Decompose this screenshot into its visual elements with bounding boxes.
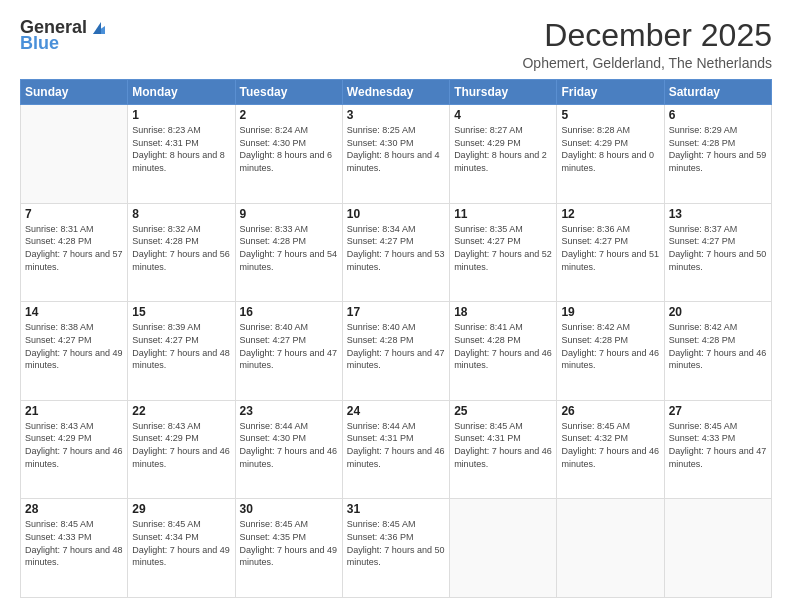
table-row: 31Sunrise: 8:45 AMSunset: 4:36 PMDayligh… (342, 499, 449, 598)
col-thursday: Thursday (450, 80, 557, 105)
table-row: 22Sunrise: 8:43 AMSunset: 4:29 PMDayligh… (128, 400, 235, 499)
table-row: 17Sunrise: 8:40 AMSunset: 4:28 PMDayligh… (342, 302, 449, 401)
logo: General Blue (20, 18, 109, 54)
day-number: 15 (132, 305, 230, 319)
day-info: Sunrise: 8:45 AMSunset: 4:35 PMDaylight:… (240, 518, 338, 568)
day-info: Sunrise: 8:44 AMSunset: 4:30 PMDaylight:… (240, 420, 338, 470)
col-sunday: Sunday (21, 80, 128, 105)
day-number: 7 (25, 207, 123, 221)
logo-blue: Blue (20, 34, 109, 54)
day-info: Sunrise: 8:29 AMSunset: 4:28 PMDaylight:… (669, 124, 767, 174)
table-row (21, 105, 128, 204)
table-row: 3Sunrise: 8:25 AMSunset: 4:30 PMDaylight… (342, 105, 449, 204)
col-tuesday: Tuesday (235, 80, 342, 105)
table-row: 5Sunrise: 8:28 AMSunset: 4:29 PMDaylight… (557, 105, 664, 204)
day-number: 3 (347, 108, 445, 122)
day-info: Sunrise: 8:45 AMSunset: 4:32 PMDaylight:… (561, 420, 659, 470)
day-number: 12 (561, 207, 659, 221)
day-info: Sunrise: 8:39 AMSunset: 4:27 PMDaylight:… (132, 321, 230, 371)
calendar-week-row: 7Sunrise: 8:31 AMSunset: 4:28 PMDaylight… (21, 203, 772, 302)
day-info: Sunrise: 8:25 AMSunset: 4:30 PMDaylight:… (347, 124, 445, 174)
table-row: 15Sunrise: 8:39 AMSunset: 4:27 PMDayligh… (128, 302, 235, 401)
col-friday: Friday (557, 80, 664, 105)
day-number: 29 (132, 502, 230, 516)
day-number: 11 (454, 207, 552, 221)
day-number: 18 (454, 305, 552, 319)
table-row: 24Sunrise: 8:44 AMSunset: 4:31 PMDayligh… (342, 400, 449, 499)
day-info: Sunrise: 8:24 AMSunset: 4:30 PMDaylight:… (240, 124, 338, 174)
day-number: 13 (669, 207, 767, 221)
day-info: Sunrise: 8:38 AMSunset: 4:27 PMDaylight:… (25, 321, 123, 371)
table-row (664, 499, 771, 598)
calendar-week-row: 28Sunrise: 8:45 AMSunset: 4:33 PMDayligh… (21, 499, 772, 598)
day-info: Sunrise: 8:31 AMSunset: 4:28 PMDaylight:… (25, 223, 123, 273)
table-row: 28Sunrise: 8:45 AMSunset: 4:33 PMDayligh… (21, 499, 128, 598)
day-info: Sunrise: 8:28 AMSunset: 4:29 PMDaylight:… (561, 124, 659, 174)
table-row: 16Sunrise: 8:40 AMSunset: 4:27 PMDayligh… (235, 302, 342, 401)
day-info: Sunrise: 8:43 AMSunset: 4:29 PMDaylight:… (25, 420, 123, 470)
table-row: 4Sunrise: 8:27 AMSunset: 4:29 PMDaylight… (450, 105, 557, 204)
table-row: 6Sunrise: 8:29 AMSunset: 4:28 PMDaylight… (664, 105, 771, 204)
day-info: Sunrise: 8:27 AMSunset: 4:29 PMDaylight:… (454, 124, 552, 174)
table-row: 9Sunrise: 8:33 AMSunset: 4:28 PMDaylight… (235, 203, 342, 302)
col-saturday: Saturday (664, 80, 771, 105)
day-number: 28 (25, 502, 123, 516)
day-number: 27 (669, 404, 767, 418)
day-info: Sunrise: 8:41 AMSunset: 4:28 PMDaylight:… (454, 321, 552, 371)
day-info: Sunrise: 8:35 AMSunset: 4:27 PMDaylight:… (454, 223, 552, 273)
day-info: Sunrise: 8:36 AMSunset: 4:27 PMDaylight:… (561, 223, 659, 273)
day-info: Sunrise: 8:37 AMSunset: 4:27 PMDaylight:… (669, 223, 767, 273)
day-info: Sunrise: 8:34 AMSunset: 4:27 PMDaylight:… (347, 223, 445, 273)
day-info: Sunrise: 8:42 AMSunset: 4:28 PMDaylight:… (561, 321, 659, 371)
table-row: 29Sunrise: 8:45 AMSunset: 4:34 PMDayligh… (128, 499, 235, 598)
day-info: Sunrise: 8:44 AMSunset: 4:31 PMDaylight:… (347, 420, 445, 470)
day-number: 26 (561, 404, 659, 418)
day-number: 20 (669, 305, 767, 319)
table-row: 2Sunrise: 8:24 AMSunset: 4:30 PMDaylight… (235, 105, 342, 204)
svg-marker-1 (93, 22, 101, 34)
day-number: 6 (669, 108, 767, 122)
day-number: 31 (347, 502, 445, 516)
table-row: 21Sunrise: 8:43 AMSunset: 4:29 PMDayligh… (21, 400, 128, 499)
day-number: 10 (347, 207, 445, 221)
table-row: 14Sunrise: 8:38 AMSunset: 4:27 PMDayligh… (21, 302, 128, 401)
title-block: December 2025 Ophemert, Gelderland, The … (522, 18, 772, 71)
table-row (557, 499, 664, 598)
day-number: 16 (240, 305, 338, 319)
calendar-week-row: 1Sunrise: 8:23 AMSunset: 4:31 PMDaylight… (21, 105, 772, 204)
day-number: 19 (561, 305, 659, 319)
calendar-week-row: 14Sunrise: 8:38 AMSunset: 4:27 PMDayligh… (21, 302, 772, 401)
table-row: 19Sunrise: 8:42 AMSunset: 4:28 PMDayligh… (557, 302, 664, 401)
day-info: Sunrise: 8:45 AMSunset: 4:31 PMDaylight:… (454, 420, 552, 470)
day-info: Sunrise: 8:45 AMSunset: 4:36 PMDaylight:… (347, 518, 445, 568)
day-number: 24 (347, 404, 445, 418)
day-info: Sunrise: 8:40 AMSunset: 4:27 PMDaylight:… (240, 321, 338, 371)
table-row: 26Sunrise: 8:45 AMSunset: 4:32 PMDayligh… (557, 400, 664, 499)
day-number: 1 (132, 108, 230, 122)
day-number: 22 (132, 404, 230, 418)
table-row: 8Sunrise: 8:32 AMSunset: 4:28 PMDaylight… (128, 203, 235, 302)
calendar-week-row: 21Sunrise: 8:43 AMSunset: 4:29 PMDayligh… (21, 400, 772, 499)
day-number: 4 (454, 108, 552, 122)
day-number: 14 (25, 305, 123, 319)
table-row: 11Sunrise: 8:35 AMSunset: 4:27 PMDayligh… (450, 203, 557, 302)
day-info: Sunrise: 8:32 AMSunset: 4:28 PMDaylight:… (132, 223, 230, 273)
header: General Blue December 2025 Ophemert, Gel… (20, 18, 772, 71)
day-info: Sunrise: 8:42 AMSunset: 4:28 PMDaylight:… (669, 321, 767, 371)
day-number: 2 (240, 108, 338, 122)
day-info: Sunrise: 8:45 AMSunset: 4:33 PMDaylight:… (669, 420, 767, 470)
day-number: 21 (25, 404, 123, 418)
day-number: 5 (561, 108, 659, 122)
day-number: 23 (240, 404, 338, 418)
table-row: 30Sunrise: 8:45 AMSunset: 4:35 PMDayligh… (235, 499, 342, 598)
logo-text: General Blue (20, 18, 109, 54)
calendar-header-row: Sunday Monday Tuesday Wednesday Thursday… (21, 80, 772, 105)
table-row: 23Sunrise: 8:44 AMSunset: 4:30 PMDayligh… (235, 400, 342, 499)
table-row: 10Sunrise: 8:34 AMSunset: 4:27 PMDayligh… (342, 203, 449, 302)
table-row: 27Sunrise: 8:45 AMSunset: 4:33 PMDayligh… (664, 400, 771, 499)
day-info: Sunrise: 8:33 AMSunset: 4:28 PMDaylight:… (240, 223, 338, 273)
table-row: 12Sunrise: 8:36 AMSunset: 4:27 PMDayligh… (557, 203, 664, 302)
location-subtitle: Ophemert, Gelderland, The Netherlands (522, 55, 772, 71)
day-number: 30 (240, 502, 338, 516)
col-monday: Monday (128, 80, 235, 105)
